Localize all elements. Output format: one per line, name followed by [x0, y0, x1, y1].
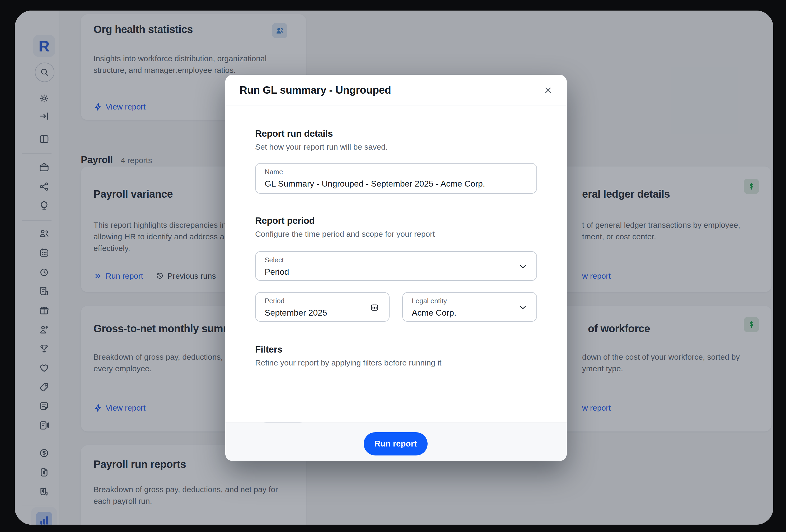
- details-subtext: Set how your report run will be saved.: [255, 143, 388, 151]
- field-label: Legal entity: [412, 297, 447, 305]
- name-field[interactable]: Name GL Summary - Ungrouped - September …: [255, 163, 537, 194]
- close-button[interactable]: [542, 84, 554, 97]
- field-value: GL Summary - Ungrouped - September 2025 …: [264, 179, 485, 189]
- modal-title: Run GL summary - Ungrouped: [239, 84, 391, 96]
- select-type-dropdown[interactable]: Select Period: [255, 251, 537, 281]
- field-label: Select: [264, 256, 284, 264]
- chevron-down-icon: [518, 262, 528, 271]
- app-window: R: [15, 10, 773, 525]
- details-heading: Report run details: [255, 128, 333, 139]
- run-report-modal: Run GL summary - Ungrouped Report run de…: [225, 75, 567, 461]
- field-label: Period: [264, 297, 284, 305]
- field-value: Period: [264, 267, 289, 277]
- legal-entity-dropdown[interactable]: Legal entity Acme Corp.: [402, 292, 537, 322]
- close-icon: [543, 85, 553, 95]
- field-value: September 2025: [264, 308, 327, 318]
- modal-footer: Run report: [225, 422, 567, 461]
- period-field[interactable]: Period September 2025: [255, 292, 390, 322]
- modal-header: Run GL summary - Ungrouped: [225, 75, 567, 106]
- calendar-icon: [370, 303, 379, 312]
- field-label: Name: [264, 168, 283, 176]
- screenshot: R: [0, 0, 786, 532]
- field-value: Acme Corp.: [412, 308, 456, 318]
- filters-heading: Filters: [255, 344, 282, 355]
- chevron-down-icon: [518, 303, 528, 312]
- filters-subtext: Refine your report by applying filters b…: [255, 358, 441, 367]
- period-heading: Report period: [255, 215, 315, 226]
- period-subtext: Configure the time period and scope for …: [255, 229, 435, 239]
- modal-body: Report run details Set how your report r…: [225, 105, 567, 422]
- run-report-button[interactable]: Run report: [364, 432, 427, 456]
